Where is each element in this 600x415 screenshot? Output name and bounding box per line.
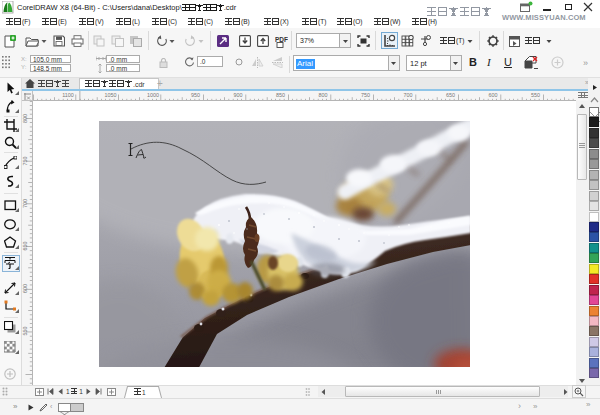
- svg-text:600: 600: [489, 92, 498, 98]
- svg-text:650: 650: [446, 92, 455, 98]
- svg-text:1050: 1050: [105, 92, 117, 98]
- svg-text:950: 950: [191, 92, 200, 98]
- svg-text:1000: 1000: [147, 92, 159, 98]
- svg-text:700: 700: [404, 92, 413, 98]
- svg-text:1100: 1100: [62, 92, 74, 98]
- svg-text:750: 750: [22, 157, 28, 166]
- svg-text:550: 550: [22, 327, 28, 336]
- svg-text:900: 900: [234, 92, 243, 98]
- svg-text:550: 550: [531, 92, 540, 98]
- svg-text:700: 700: [22, 199, 28, 208]
- svg-text:PDF: PDF: [275, 36, 288, 43]
- svg-text:650: 650: [22, 242, 28, 251]
- svg-text:600: 600: [22, 284, 28, 293]
- svg-text:800: 800: [22, 114, 28, 123]
- svg-text:850: 850: [276, 92, 285, 98]
- svg-text:800: 800: [319, 92, 328, 98]
- svg-text:750: 750: [361, 92, 370, 98]
